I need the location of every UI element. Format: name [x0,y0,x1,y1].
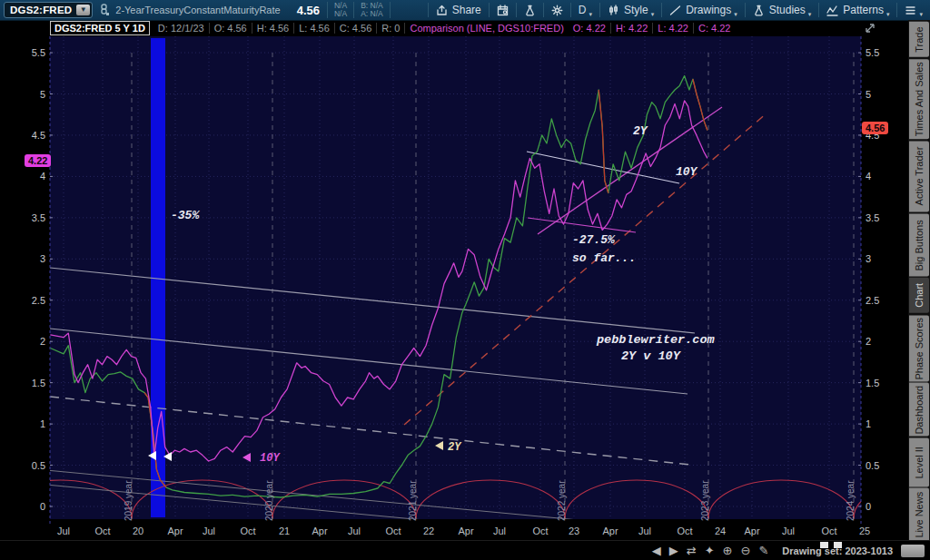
pan-right-button[interactable]: ▶ [669,541,678,560]
x-axis-label: Oct [94,526,110,536]
x-axis-label: 25 [859,526,870,536]
chart-annotation[interactable]: -35% [171,209,200,222]
tab-level-ii[interactable]: Level II [909,438,929,487]
pan-mode-button[interactable]: ⇄ [687,541,697,560]
caret-down-icon: ▾ [589,11,592,18]
year-label: 2022 year [557,480,567,521]
tab-dashboard[interactable]: Dashboard [909,383,929,437]
style-button[interactable]: Style▾ [600,0,661,20]
timeframe-button[interactable]: D▾ [571,0,599,20]
tab-times-and-sales[interactable]: Times And Sales [909,59,929,139]
x-axis-label: Jul [348,526,361,536]
chart-annotation[interactable]: pebblewriter.com [596,333,715,347]
line-icon [669,5,681,16]
x-axis-label: Oct [385,526,401,536]
chart-annotation[interactable]: 2Y v 10Y [621,349,682,363]
zoom-out-button[interactable]: ⊖ [741,541,751,560]
chart-annotation[interactable]: 10Y [260,452,281,465]
drawings-button[interactable]: Drawings▾ [662,0,745,20]
zoom-in-button[interactable]: ⊕ [723,541,733,560]
status-grip[interactable] [901,545,925,557]
x-axis-label: Jul [493,526,506,536]
chart-annotation[interactable]: so far... [572,251,636,265]
draw-line-button[interactable]: ✎ [758,541,768,560]
symbol-input[interactable]: DGS2:FRED ▼ [4,2,93,18]
caret-down-icon: ▾ [808,11,812,18]
menu-button[interactable]: ▾ [897,0,930,20]
chart-resize-icon[interactable] [864,22,876,38]
ohlc-field: C: 4.56 [334,23,376,34]
instrument-link-icon[interactable] [99,4,110,16]
calendar-button[interactable] [490,0,516,20]
flask-icon [753,5,765,16]
chart-nav-icons: ◀▶⇄✦⊕⊖✎ [652,541,769,560]
y-axis-label: 2 [40,336,45,347]
chart-plot: -35%-27.5%so far...pebblewriter.com2Y v … [0,0,930,560]
studies-button-label: Studies [769,4,806,16]
x-axis-label: Apr [744,526,759,536]
thinkorswim-window: -35%-27.5%so far...pebblewriter.com2Y v … [0,0,930,560]
x-axis-label: Jul [782,526,795,536]
x-axis-label: 23 [569,526,579,536]
chart-annotation[interactable]: 10Y [676,165,698,179]
y-axis-label: 0 [866,501,871,512]
ohlc-field: L: 4.56 [293,23,334,34]
share-button[interactable]: Share [429,0,489,20]
tab-phase-scores[interactable]: Phase Scores [909,315,929,381]
patterns-button[interactable]: Patterns▾ [819,0,896,20]
crosshair-button[interactable]: ✦ [705,541,715,560]
chart-annotation[interactable]: -27.5% [572,233,616,247]
comparison-label[interactable]: Comparison (LINE, DGS10:FRED) [404,23,568,34]
y-axis-label: 3 [40,253,45,264]
ohlc-field: O: 4.56 [209,23,252,34]
symbol-dropdown-button[interactable]: ▼ [76,5,90,15]
y-axis-label: 1.5 [866,378,879,388]
studies-button[interactable]: Studies▾ [746,0,819,20]
timeframe-button-label: D [579,4,587,16]
gear-icon [551,5,563,16]
x-axis-label: Oct [532,526,548,536]
price-bubble-2y: 4.56 [862,122,888,134]
pan-left-button[interactable]: ◀ [652,541,661,560]
tab-trade[interactable]: Trade [909,22,929,57]
flask-icon [524,5,536,16]
x-axis-label: 22 [423,526,434,536]
y-axis-label: 5 [40,89,45,100]
chart-annotation[interactable]: 2Y [633,124,648,138]
x-axis-label: Jul [203,526,215,536]
x-axis-label: 24 [715,526,726,536]
ohlc-field: D: 12/1/23 [153,23,209,34]
settings-button[interactable] [544,0,570,20]
style-button-label: Style [624,4,648,16]
last-price: 4.56 [297,4,320,17]
tab-active-trader[interactable]: Active Trader [909,141,929,211]
tab-chart[interactable]: Chart [909,278,929,313]
y-axis-label: 0.5 [866,460,879,471]
year-label: 2024 year [846,480,856,521]
x-axis-label: Apr [167,526,183,536]
y-axis-label: 2 [866,336,871,347]
y-axis-label: 1 [40,418,45,429]
x-axis-label: Oct [821,526,836,536]
comparison-ohlc-fields: O: 4.22H: 4.22L: 4.22C: 4.22 [569,23,736,34]
tab-live-news[interactable]: Live News [909,488,929,542]
quick-study-button[interactable] [517,0,543,20]
calendar-icon [497,5,509,16]
menu-icon [905,5,916,16]
ohlc-field: H: 4.56 [252,23,293,34]
y-axis-label: 4.5 [32,130,45,141]
symbol-text: DGS2:FRED [10,5,72,15]
toolbar-buttons: ShareD▾Style▾Drawings▾Studies▾Patterns▾▾ [428,0,930,20]
chart-title: DGS2:FRED 5 Y 1D [50,21,150,35]
y-axis-label: 2.5 [866,295,879,306]
tab-big-buttons[interactable]: Big Buttons [909,214,929,277]
share-button-label: Share [452,4,481,16]
chart-annotation[interactable]: 2Y [448,441,462,454]
drawing-set-label[interactable]: Drawing set: 2023-1013 [782,545,893,556]
y-axis-label: 3.5 [32,212,45,223]
top-toolbar: DGS2:FRED ▼ 2-YearTreasuryConstantMaturi… [0,0,930,21]
y-axis-label: 5.5 [32,47,45,58]
quote-sizes: N/A N/A [327,2,353,18]
y-axis-label: 1.5 [32,378,45,388]
ohlc-field: R: 0 [376,23,404,34]
